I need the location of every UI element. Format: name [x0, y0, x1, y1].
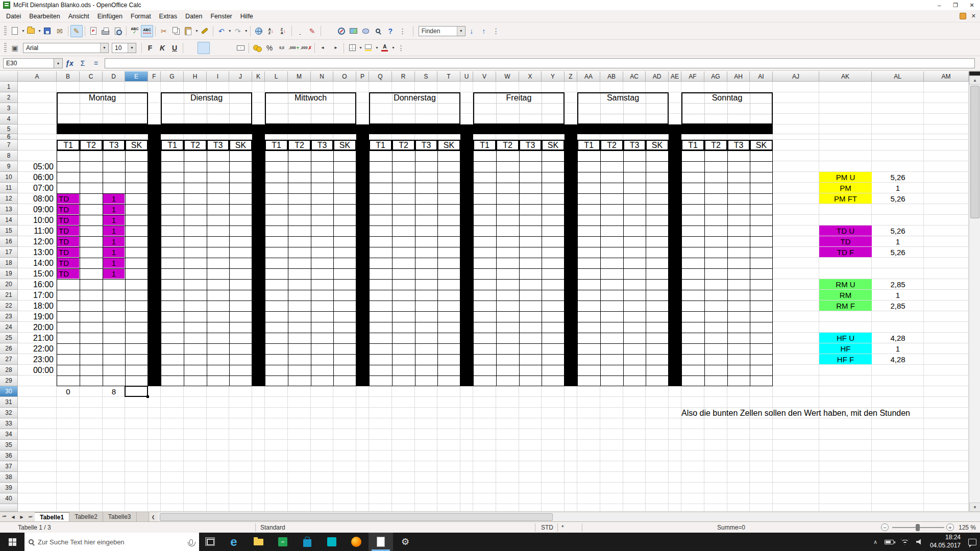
- time-cell-A12[interactable]: 08:00: [18, 193, 57, 204]
- row-header-10[interactable]: 10: [0, 172, 18, 183]
- column-header-AK[interactable]: AK: [819, 71, 872, 82]
- time-cell-A27[interactable]: 23:00: [18, 354, 57, 365]
- legend-value-HF-F[interactable]: 4,28: [872, 354, 924, 364]
- underline-icon[interactable]: U: [168, 42, 181, 54]
- scroll-up-icon[interactable]: ▲: [969, 76, 980, 85]
- taskbar-app-green[interactable]: −: [271, 533, 295, 551]
- vertical-scrollbar-thumb[interactable]: [970, 86, 979, 218]
- day-header-freitag[interactable]: Freitag: [473, 92, 565, 103]
- sheet-tab-tabelle2[interactable]: Tabelle2: [69, 512, 103, 521]
- schedule-cell-D13[interactable]: 1: [103, 205, 125, 214]
- day-header-dienstag[interactable]: Dienstag: [161, 92, 252, 103]
- find-input[interactable]: Finden▼: [419, 26, 465, 36]
- column-header-O[interactable]: O: [333, 71, 356, 82]
- time-cell-A19[interactable]: 15:00: [18, 268, 57, 279]
- column-header-N[interactable]: N: [311, 71, 333, 82]
- taskbar-app-store[interactable]: [295, 533, 320, 551]
- row-header-38[interactable]: 38: [0, 472, 18, 483]
- row-header-39[interactable]: 39: [0, 483, 18, 493]
- action-center-icon[interactable]: [965, 533, 980, 551]
- menu-einfuegen[interactable]: Einfügen: [93, 13, 127, 20]
- column-header-A[interactable]: A: [18, 71, 57, 82]
- legend-cell-RM[interactable]: RM: [819, 290, 872, 300]
- time-cell-A26[interactable]: 22:00: [18, 343, 57, 354]
- shift-header-montag-t1[interactable]: T1: [57, 140, 80, 151]
- time-cell-A21[interactable]: 17:00: [18, 290, 57, 300]
- taskbar-clock[interactable]: 18:24 04.05.2017: [926, 534, 965, 549]
- close-document-icon[interactable]: ✕: [971, 13, 976, 19]
- align-right-icon[interactable]: [210, 42, 222, 54]
- column-header-C[interactable]: C: [80, 71, 103, 82]
- undo-icon-dropdown[interactable]: ▼: [228, 29, 232, 33]
- row-header-20[interactable]: 20: [0, 279, 18, 290]
- column-header-X[interactable]: X: [519, 71, 542, 82]
- find-previous-icon[interactable]: ↑: [478, 25, 490, 37]
- time-cell-A13[interactable]: 09:00: [18, 204, 57, 215]
- menu-bearbeiten[interactable]: Bearbeiten: [25, 13, 64, 20]
- row-header-13[interactable]: 13: [0, 204, 18, 215]
- shift-header-montag-t3[interactable]: T3: [103, 140, 125, 151]
- shift-header-montag-t2[interactable]: T2: [80, 140, 103, 151]
- toolbar-overflow-icon[interactable]: ⋮: [490, 25, 502, 37]
- legend-value-PM-U[interactable]: 5,26: [872, 172, 924, 182]
- time-cell-A22[interactable]: 18:00: [18, 300, 57, 311]
- font-color-icon[interactable]: A: [379, 42, 391, 54]
- row-header-25[interactable]: 25: [0, 333, 18, 343]
- legend-cell-TD-U[interactable]: TD U: [819, 226, 872, 236]
- font-name-dropdown-icon[interactable]: ▼: [100, 43, 108, 53]
- spellcheck-icon[interactable]: ABC✓: [129, 25, 141, 37]
- close-button[interactable]: ✕: [964, 0, 980, 10]
- schedule-cell-B13[interactable]: TD: [57, 205, 79, 214]
- align-justify-icon[interactable]: [222, 42, 234, 54]
- row-header-2[interactable]: 2: [0, 92, 18, 103]
- day-header-samstag[interactable]: Samstag: [577, 92, 669, 103]
- menu-fenster[interactable]: Fenster: [206, 13, 236, 20]
- day-header-donnerstag[interactable]: Donnerstag: [369, 92, 460, 103]
- redo-icon[interactable]: ↷: [232, 25, 244, 37]
- shift-header-samstag-t2[interactable]: T2: [600, 140, 623, 151]
- start-button[interactable]: [0, 533, 24, 551]
- shift-header-donnerstag-t2[interactable]: T2: [392, 140, 415, 151]
- borders-icon[interactable]: [346, 42, 358, 54]
- first-sheet-icon[interactable]: ⏮: [0, 512, 9, 521]
- time-cell-A10[interactable]: 06:00: [18, 172, 57, 183]
- taskbar-app-openoffice-calc[interactable]: [369, 533, 393, 551]
- time-cell-A24[interactable]: 20:00: [18, 322, 57, 333]
- time-cell-A28[interactable]: 00:00: [18, 365, 57, 375]
- legend-cell-PM-U[interactable]: PM U: [819, 172, 872, 182]
- row-header-26[interactable]: 26: [0, 343, 18, 354]
- volume-icon[interactable]: [913, 533, 926, 551]
- legend-cell-TD-F[interactable]: TD F: [819, 247, 872, 257]
- schedule-cell-D12[interactable]: 1: [103, 194, 125, 204]
- column-header-Q[interactable]: Q: [369, 71, 392, 82]
- shift-header-donnerstag-t3[interactable]: T3: [415, 140, 437, 151]
- time-cell-A25[interactable]: 21:00: [18, 333, 57, 343]
- menu-ansicht[interactable]: Ansicht: [64, 13, 93, 20]
- legend-value-PM[interactable]: 1: [872, 183, 924, 193]
- shift-header-mittwoch-sk[interactable]: SK: [333, 140, 356, 151]
- legend-cell-HF-U[interactable]: HF U: [819, 333, 872, 343]
- borders-icon-dropdown[interactable]: ▼: [359, 46, 362, 49]
- column-header-K[interactable]: K: [252, 71, 265, 82]
- last-sheet-icon[interactable]: ⏭: [26, 512, 35, 521]
- column-header-T[interactable]: T: [437, 71, 460, 82]
- time-cell-A9[interactable]: 05:00: [18, 161, 57, 172]
- row-header-1[interactable]: 1: [0, 82, 18, 92]
- legend-cell-TD[interactable]: TD: [819, 236, 872, 246]
- row-header-40[interactable]: 40: [0, 493, 18, 504]
- draw-functions-icon[interactable]: ✎: [306, 25, 318, 37]
- increase-indent-icon[interactable]: ►: [329, 42, 341, 54]
- scroll-down-icon[interactable]: ▼: [969, 503, 980, 512]
- formula-input[interactable]: [105, 58, 975, 68]
- shift-header-dienstag-t1[interactable]: T1: [161, 140, 184, 151]
- sum-cell-B30[interactable]: 0: [57, 386, 80, 397]
- row-header-29[interactable]: 29: [0, 375, 18, 386]
- chart-icon[interactable]: [294, 25, 306, 37]
- shift-header-freitag-t3[interactable]: T3: [519, 140, 542, 151]
- sheet-tab-tabelle1[interactable]: Tabelle1: [35, 512, 69, 521]
- column-header-I[interactable]: I: [207, 71, 229, 82]
- percent-format-icon[interactable]: %: [263, 42, 276, 54]
- column-header-P[interactable]: P: [356, 71, 369, 82]
- currency-format-icon[interactable]: [251, 42, 263, 54]
- shift-header-donnerstag-sk[interactable]: SK: [437, 140, 460, 151]
